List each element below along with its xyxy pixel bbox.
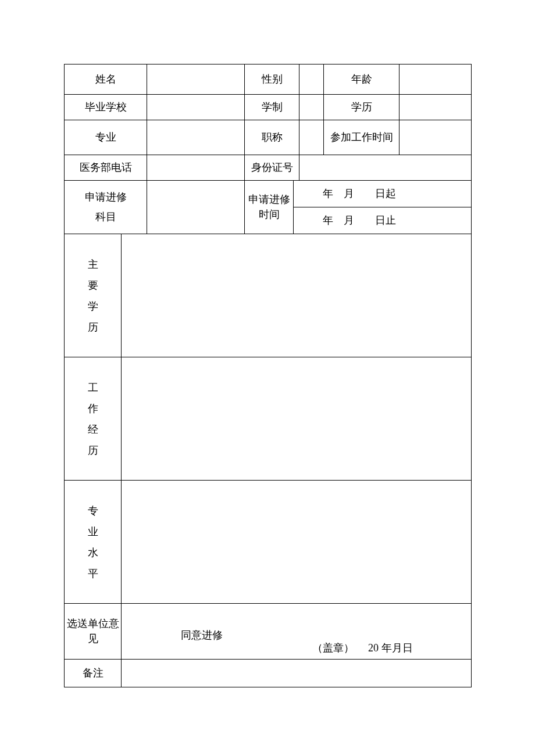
label-apply-time: 申请进修时间 <box>245 181 294 234</box>
label-work-history: 工 作 经 历 <box>65 357 122 481</box>
value-id <box>299 155 472 181</box>
value-start-date: 年 月 日起 <box>294 181 472 207</box>
label-id: 身份证号 <box>245 155 299 181</box>
label-phone: 医务部电话 <box>65 155 147 181</box>
label-age: 年龄 <box>324 65 400 95</box>
value-professional-level <box>122 481 472 604</box>
value-name <box>147 65 245 95</box>
label-gender: 性别 <box>245 65 299 95</box>
label-worktime: 参加工作时间 <box>324 120 400 155</box>
label-title: 职称 <box>245 120 299 155</box>
value-school <box>147 95 245 120</box>
value-worktime <box>400 120 472 155</box>
label-system: 学制 <box>245 95 299 120</box>
value-major <box>147 120 245 155</box>
label-opinion: 选送单位意见 <box>65 604 122 660</box>
value-system <box>299 95 324 120</box>
label-education-history: 主 要 学 历 <box>65 234 122 357</box>
label-professional-level: 专 业 水 平 <box>65 481 122 604</box>
value-degree <box>400 95 472 120</box>
label-subject: 申请进修 科目 <box>65 181 147 234</box>
label-remark: 备注 <box>65 660 122 687</box>
opinion-date-text: 20 年月日 <box>368 641 413 655</box>
label-degree: 学历 <box>324 95 400 120</box>
value-title <box>299 120 324 155</box>
opinion-agree-text: 同意进修 <box>181 628 223 643</box>
application-form-table: 姓名 性别 年龄 毕业学校 学制 学历 专业 职称 参加工作时间 医务部电话 身… <box>64 64 472 687</box>
value-age <box>400 65 472 95</box>
value-phone <box>147 155 245 181</box>
label-name: 姓名 <box>65 65 147 95</box>
value-subject <box>147 181 245 234</box>
value-remark <box>122 660 472 687</box>
opinion-stamp-text: （盖章） <box>312 641 354 655</box>
value-end-date: 年 月 日止 <box>294 207 472 234</box>
label-major: 专业 <box>65 120 147 155</box>
value-gender <box>299 65 324 95</box>
value-work-history <box>122 357 472 481</box>
label-school: 毕业学校 <box>65 95 147 120</box>
value-opinion: 同意进修 （盖章） 20 年月日 <box>122 604 472 660</box>
value-education-history <box>122 234 472 357</box>
